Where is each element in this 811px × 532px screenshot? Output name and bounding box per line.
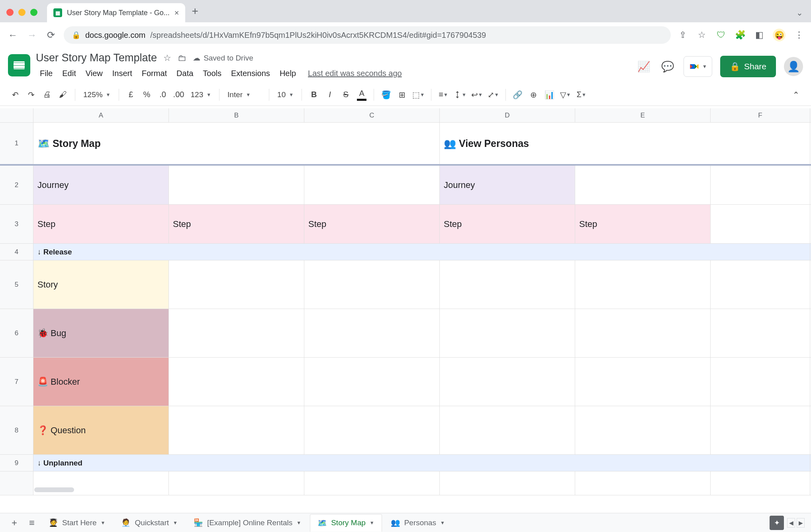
user-avatar[interactable]: 👤 bbox=[784, 57, 803, 76]
window-minimize-button[interactable] bbox=[18, 9, 25, 16]
sheets-logo-icon[interactable] bbox=[8, 54, 30, 76]
row-header-2[interactable]: 2 bbox=[0, 166, 33, 204]
share-page-icon[interactable]: ⇪ bbox=[677, 29, 688, 41]
insert-link-button[interactable]: 🔗 bbox=[511, 88, 525, 102]
window-maximize-button[interactable] bbox=[30, 9, 37, 16]
row-header-9[interactable]: 9 bbox=[0, 455, 33, 471]
move-icon[interactable]: 🗀 bbox=[178, 53, 186, 63]
increase-decimal-button[interactable]: .00 bbox=[172, 88, 186, 102]
bold-button[interactable]: B bbox=[307, 88, 321, 102]
cell-b5[interactable] bbox=[169, 260, 304, 309]
strikethrough-button[interactable]: S bbox=[339, 88, 353, 102]
sheet-tab-start-here[interactable]: 🧑‍🎓 Start Here ▼ bbox=[41, 514, 112, 532]
percent-button[interactable]: % bbox=[140, 88, 154, 102]
col-header-c[interactable]: C bbox=[304, 108, 440, 122]
cell-e7[interactable] bbox=[575, 358, 711, 406]
cell-d5[interactable] bbox=[440, 260, 575, 309]
more-formats-select[interactable]: 123 ▼ bbox=[188, 90, 215, 99]
chevron-down-icon[interactable]: ▼ bbox=[173, 520, 178, 526]
fill-color-button[interactable]: 🪣 bbox=[379, 88, 393, 102]
menu-view[interactable]: View bbox=[82, 66, 107, 80]
cell-a8[interactable]: ❓ Question bbox=[33, 406, 169, 454]
doc-title[interactable]: User Story Map Template bbox=[36, 52, 157, 64]
comments-icon[interactable]: 💬 bbox=[660, 59, 676, 74]
menu-extensions[interactable]: Extensions bbox=[227, 66, 274, 80]
paint-format-button[interactable]: 🖌 bbox=[56, 88, 70, 102]
forward-button[interactable]: → bbox=[25, 29, 38, 41]
functions-button[interactable]: Σ ▼ bbox=[574, 88, 589, 102]
cell-a3[interactable]: Step bbox=[33, 205, 169, 243]
sheet-tab-personas[interactable]: 👥 Personas ▼ bbox=[384, 514, 452, 532]
text-rotate-button[interactable]: ⤢ ▼ bbox=[486, 88, 501, 102]
meet-button[interactable]: ▼ bbox=[684, 56, 712, 77]
browser-menu-icon[interactable]: ⋮ bbox=[793, 29, 805, 41]
tab-close-button[interactable]: × bbox=[174, 8, 179, 18]
cell-e6[interactable] bbox=[575, 309, 711, 357]
menu-data[interactable]: Data bbox=[172, 66, 197, 80]
cell-f8[interactable] bbox=[711, 406, 810, 454]
star-icon[interactable]: ☆ bbox=[163, 53, 171, 63]
save-status[interactable]: ☁ Saved to Drive bbox=[193, 53, 253, 63]
menu-insert[interactable]: Insert bbox=[108, 66, 136, 80]
cell-a5[interactable]: Story bbox=[33, 260, 169, 309]
cell-a4[interactable]: ↓ Release bbox=[33, 244, 810, 260]
cell-d3[interactable]: Step bbox=[440, 205, 575, 243]
chevron-down-icon[interactable]: ▼ bbox=[101, 520, 106, 526]
col-header-e[interactable]: E bbox=[575, 108, 711, 122]
cell-d6[interactable] bbox=[440, 309, 575, 357]
sheet-tab-quickstart[interactable]: 🧑‍💼 Quickstart ▼ bbox=[114, 514, 184, 532]
italic-button[interactable]: I bbox=[323, 88, 337, 102]
cell-f6[interactable] bbox=[711, 309, 810, 357]
horizontal-scrollbar[interactable] bbox=[34, 487, 74, 492]
menu-tools[interactable]: Tools bbox=[199, 66, 225, 80]
borders-button[interactable]: ⊞ bbox=[395, 88, 409, 102]
cell-b8[interactable] bbox=[169, 406, 304, 454]
reload-button[interactable]: ⟳ bbox=[45, 29, 57, 41]
vertical-align-button[interactable]: ⭥ ▼ bbox=[452, 88, 468, 102]
cell-a2[interactable]: Journey bbox=[33, 166, 169, 204]
collapse-toolbar-button[interactable]: ⌃ bbox=[789, 88, 803, 102]
select-all-cell[interactable] bbox=[0, 108, 33, 122]
cell-e10[interactable] bbox=[575, 471, 711, 495]
cell-d7[interactable] bbox=[440, 358, 575, 406]
insert-chart-button[interactable]: 📊 bbox=[543, 88, 557, 102]
chevron-down-icon[interactable]: ▼ bbox=[440, 520, 445, 526]
text-wrap-button[interactable]: ↩ ▼ bbox=[470, 88, 484, 102]
text-color-button[interactable]: A bbox=[355, 88, 369, 102]
cell-c3[interactable]: Step bbox=[304, 205, 440, 243]
sheet-tab-story-map[interactable]: 🗺️ Story Map ▼ bbox=[310, 514, 382, 532]
cell-f10[interactable] bbox=[711, 471, 810, 495]
cell-a6[interactable]: 🐞 Bug bbox=[33, 309, 169, 357]
cell-e5[interactable] bbox=[575, 260, 711, 309]
cell-d10[interactable] bbox=[440, 471, 575, 495]
cell-c8[interactable] bbox=[304, 406, 440, 454]
last-edit-link[interactable]: Last edit was seconds ago bbox=[308, 69, 402, 78]
cell-f7[interactable] bbox=[711, 358, 810, 406]
browser-profile-avatar[interactable]: 😜 bbox=[773, 29, 786, 41]
cell-f5[interactable] bbox=[711, 260, 810, 309]
add-sheet-button[interactable]: + bbox=[6, 515, 22, 531]
cell-b3[interactable]: Step bbox=[169, 205, 304, 243]
row-header-10[interactable] bbox=[0, 471, 33, 495]
cell-b10[interactable] bbox=[169, 471, 304, 495]
cell-c5[interactable] bbox=[304, 260, 440, 309]
back-button[interactable]: ← bbox=[6, 29, 19, 41]
activity-icon[interactable]: 📈 bbox=[636, 59, 652, 74]
cell-a1[interactable]: 🗺️ Story Map bbox=[33, 123, 440, 164]
cell-b6[interactable] bbox=[169, 309, 304, 357]
side-panel-icon[interactable]: ◧ bbox=[754, 29, 765, 41]
cell-b7[interactable] bbox=[169, 358, 304, 406]
menu-format[interactable]: Format bbox=[138, 66, 171, 80]
menu-file[interactable]: File bbox=[36, 66, 57, 80]
col-header-b[interactable]: B bbox=[169, 108, 304, 122]
cell-d8[interactable] bbox=[440, 406, 575, 454]
cell-e3[interactable]: Step bbox=[575, 205, 711, 243]
row-header-5[interactable]: 5 bbox=[0, 260, 33, 309]
filter-button[interactable]: ▽ ▼ bbox=[558, 88, 573, 102]
font-size-select[interactable]: 10 ▼ bbox=[274, 90, 297, 99]
address-bar[interactable]: 🔒 docs.google.com/spreadsheets/d/1HxVamK… bbox=[64, 26, 671, 44]
row-header-8[interactable]: 8 bbox=[0, 406, 33, 454]
extensions-icon[interactable]: 🧩 bbox=[735, 29, 746, 41]
font-select[interactable]: Inter ▼ bbox=[224, 90, 264, 99]
insert-comment-button[interactable]: ⊕ bbox=[527, 88, 541, 102]
